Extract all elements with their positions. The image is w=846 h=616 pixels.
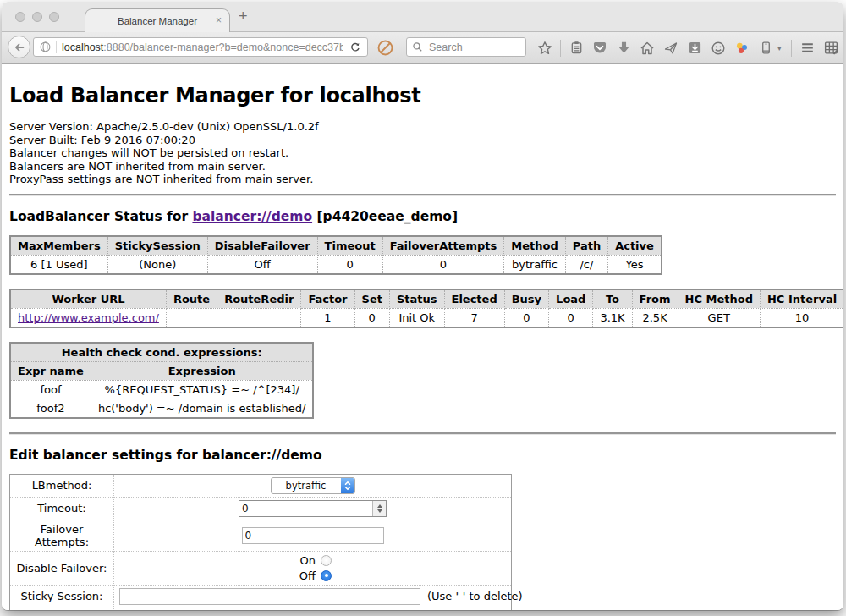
table-header-row: MaxMembers StickySession DisableFailover… bbox=[10, 236, 662, 256]
column-header: Timeout bbox=[317, 236, 382, 256]
chevron-down-icon[interactable]: ▾ bbox=[777, 44, 788, 52]
toolbar-separator bbox=[791, 40, 792, 57]
table-cell: foof bbox=[10, 380, 91, 399]
reload-button[interactable] bbox=[343, 38, 367, 56]
column-header: RouteRedir bbox=[217, 289, 301, 309]
tracking-protection-off-icon[interactable] bbox=[376, 39, 394, 60]
browser-window: Balancer Manager × + localhost:8880/bala… bbox=[2, 2, 843, 610]
feedback-smiley-icon[interactable] bbox=[706, 36, 730, 60]
failover-attempts-input[interactable] bbox=[242, 527, 384, 544]
add-worker-label: Add New Worker: bbox=[10, 608, 114, 610]
column-header: MaxMembers bbox=[10, 236, 107, 256]
form-row-disable-failover: Disable Failover: On Off bbox=[10, 551, 512, 585]
column-header: Route bbox=[166, 289, 217, 309]
page-title: Load Balancer Manager for localhost bbox=[9, 84, 836, 107]
column-header: Load bbox=[549, 289, 593, 309]
disable-failover-label: Disable Failover: bbox=[10, 551, 114, 585]
column-header: To bbox=[593, 289, 632, 309]
window-zoom-button[interactable] bbox=[49, 12, 59, 22]
grid-notes-icon[interactable] bbox=[819, 36, 843, 60]
window-close-button[interactable] bbox=[15, 12, 25, 22]
column-header: HC Interval bbox=[760, 289, 843, 309]
column-header: Method bbox=[504, 236, 565, 256]
table-row: foof %{REQUEST_STATUS} =~ /^[234]/ bbox=[10, 380, 313, 399]
form-row-failover-attempts: Failover Attempts: bbox=[10, 520, 512, 551]
column-header: Status bbox=[389, 289, 444, 309]
edit-settings-heading: Edit balancer settings for balancer://de… bbox=[9, 448, 836, 463]
search-box[interactable] bbox=[406, 37, 526, 57]
server-info: Server Version: Apache/2.5.0-dev (Unix) … bbox=[9, 120, 836, 186]
table-cell: Off bbox=[207, 255, 317, 274]
column-header: Busy bbox=[504, 289, 548, 309]
table-row: http://www.example.com/ 1 0 Init Ok 7 0 … bbox=[10, 308, 843, 327]
form-row-lbmethod: LBmethod: bytraffic bbox=[10, 474, 512, 497]
column-header: Elected bbox=[444, 289, 504, 309]
clipboard-icon[interactable] bbox=[564, 36, 588, 60]
balancer-status-heading: LoadBalancer Status for balancer://demo … bbox=[9, 209, 836, 224]
device-icon[interactable] bbox=[754, 36, 777, 60]
table-row: foof2 hc('body') =~ /domain is establish… bbox=[10, 399, 313, 418]
table-cell: GET bbox=[678, 308, 760, 327]
downloads-icon[interactable] bbox=[612, 36, 635, 60]
sticky-session-hint: (Use '-' to delete) bbox=[427, 590, 523, 602]
balancer-status-table: MaxMembers StickySession DisableFailover… bbox=[9, 235, 662, 275]
back-button[interactable] bbox=[8, 36, 30, 58]
table-cell: 0 bbox=[504, 308, 548, 327]
tab-close-icon[interactable]: × bbox=[216, 14, 222, 26]
sticky-session-label: Sticky Session: bbox=[10, 585, 114, 608]
lbmethod-select[interactable]: bytraffic bbox=[271, 477, 355, 494]
url-domain: localhost bbox=[62, 41, 103, 53]
reload-icon bbox=[349, 41, 361, 53]
pocket-icon[interactable] bbox=[588, 36, 612, 60]
timeout-label: Timeout: bbox=[10, 497, 114, 520]
table-cell: bytraffic bbox=[504, 255, 565, 274]
tab-balancer-manager[interactable]: Balancer Manager × bbox=[85, 8, 230, 33]
table-cell bbox=[166, 308, 217, 327]
search-input[interactable] bbox=[427, 41, 520, 54]
number-spinner-icon[interactable] bbox=[372, 501, 386, 516]
radio-on-label: On bbox=[294, 554, 316, 567]
column-header: Active bbox=[608, 236, 662, 256]
search-icon bbox=[412, 41, 423, 52]
table-cell: 7 bbox=[444, 308, 504, 327]
tab-title: Balancer Manager bbox=[118, 16, 197, 26]
form-row-sticky-session: Sticky Session: (Use '-' to delete) bbox=[10, 585, 512, 608]
select-stepper-icon bbox=[341, 478, 354, 493]
window-minimize-button[interactable] bbox=[32, 12, 42, 22]
table-cell: 0 bbox=[382, 255, 504, 274]
table-cell: 6 [1 Used] bbox=[10, 255, 107, 274]
column-header: FailoverAttempts bbox=[382, 236, 504, 256]
table-header-row: Expr name Expression bbox=[10, 361, 313, 380]
radio-off-label: Off bbox=[294, 569, 316, 582]
table-cell: (None) bbox=[107, 255, 207, 274]
table-cell: 1 bbox=[301, 308, 354, 327]
url-text[interactable]: localhost:8880/balancer-manager?b=demo&n… bbox=[57, 41, 343, 53]
column-header: From bbox=[632, 289, 678, 309]
send-plane-icon[interactable] bbox=[659, 36, 683, 60]
column-header: Set bbox=[354, 289, 389, 309]
bookmark-star-icon[interactable] bbox=[533, 36, 557, 60]
disable-failover-off-radio[interactable] bbox=[321, 570, 332, 581]
column-header: Path bbox=[565, 236, 607, 256]
url-bar[interactable]: localhost:8880/balancer-manager?b=demo&n… bbox=[33, 37, 368, 57]
balancer-demo-link[interactable]: balancer://demo bbox=[192, 209, 312, 224]
addons-dots-icon[interactable] bbox=[730, 36, 754, 60]
proxypass-note-line: ProxyPass settings are NOT inherited fro… bbox=[9, 173, 836, 186]
column-header: Expression bbox=[91, 361, 313, 380]
new-tab-button[interactable]: + bbox=[239, 8, 248, 25]
server-version-line: Server Version: Apache/2.5.0-dev (Unix) … bbox=[9, 120, 836, 134]
home-icon[interactable] bbox=[635, 36, 659, 60]
disable-failover-on-radio[interactable] bbox=[321, 555, 332, 566]
status-heading-prefix: LoadBalancer Status for bbox=[9, 209, 192, 224]
worker-url-link[interactable]: http://www.example.com/ bbox=[18, 311, 159, 324]
timeout-input[interactable] bbox=[239, 500, 387, 517]
navigation-toolbar: localhost:8880/balancer-manager?b=demo&n… bbox=[2, 32, 843, 64]
persist-note-line: Balancer changes will NOT be persisted o… bbox=[9, 146, 836, 160]
save-square-icon[interactable] bbox=[683, 36, 706, 60]
table-cell: Yes bbox=[608, 255, 662, 274]
table-cell: 0 bbox=[549, 308, 593, 327]
menu-icon[interactable] bbox=[795, 36, 819, 60]
sticky-session-input[interactable] bbox=[119, 588, 420, 605]
status-heading-suffix: [p4420eeae_demo] bbox=[312, 209, 458, 224]
column-header: StickySession bbox=[107, 236, 207, 256]
